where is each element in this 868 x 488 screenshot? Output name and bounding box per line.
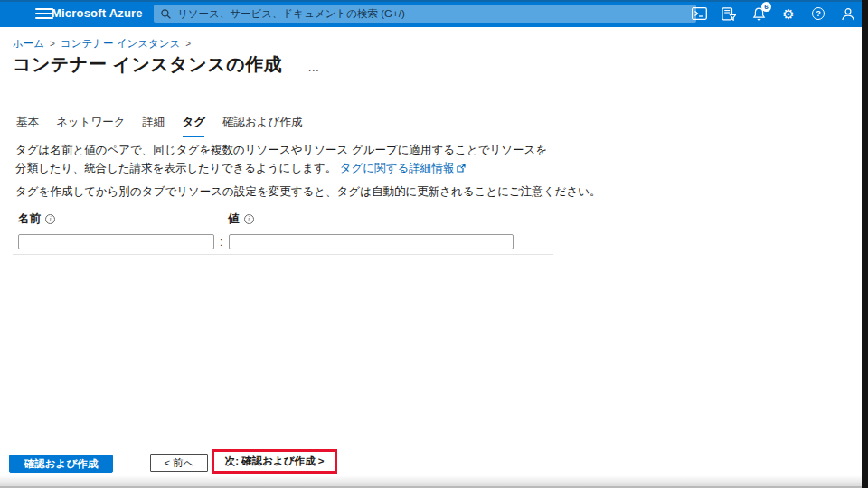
right-edge bbox=[862, 0, 868, 488]
account-person-icon[interactable] bbox=[840, 5, 856, 22]
wizard-tabs: 基本 ネットワーク 詳細 タグ 確認および作成 bbox=[16, 115, 302, 137]
topbar-icon-group: 6 ⚙ ? bbox=[691, 0, 858, 27]
breadcrumb-home-link[interactable]: ホーム bbox=[13, 37, 44, 51]
breadcrumb-separator: > bbox=[50, 39, 55, 49]
tab-advanced[interactable]: 詳細 bbox=[142, 115, 165, 137]
top-bar: Microsoft Azure bbox=[0, 0, 862, 27]
tag-name-input[interactable] bbox=[18, 234, 214, 249]
info-icon: i bbox=[244, 214, 254, 224]
search-input[interactable] bbox=[177, 8, 689, 19]
cloud-shell-icon[interactable] bbox=[691, 5, 707, 22]
review-create-button[interactable]: 確認および作成 bbox=[9, 455, 113, 473]
settings-gear-icon[interactable]: ⚙ bbox=[780, 5, 797, 22]
tags-description-text: タグは名前と値のペアで、同じタグを複数のリソースやリソース グループに適用するこ… bbox=[15, 144, 547, 174]
page-title: コンテナー インスタンスの作成 bbox=[13, 52, 282, 77]
learn-more-link[interactable]: タグに関する詳細情報 bbox=[340, 162, 454, 174]
global-search[interactable] bbox=[154, 5, 696, 23]
tags-description: タグは名前と値のペアで、同じタグを複数のリソースやリソース グループに適用するこ… bbox=[15, 141, 556, 178]
form-divider-bottom bbox=[13, 254, 553, 255]
annotation-highlight-box: 次: 確認および作成 > bbox=[212, 449, 337, 474]
title-ellipsis-menu-icon[interactable]: … bbox=[307, 56, 320, 73]
tab-review-create[interactable]: 確認および作成 bbox=[222, 115, 302, 137]
tags-note: タグを作成してから別のタブでリソースの設定を変更すると、タグは自動的に更新される… bbox=[15, 183, 648, 200]
tab-networking[interactable]: ネットワーク bbox=[56, 115, 125, 137]
notification-count-badge: 6 bbox=[761, 2, 771, 12]
tab-basics[interactable]: 基本 bbox=[16, 115, 39, 137]
bottom-edge bbox=[0, 475, 862, 488]
name-column-label: 名前 i bbox=[18, 211, 55, 227]
breadcrumb-container-instances-link[interactable]: コンテナー インスタンス bbox=[61, 37, 180, 51]
form-divider-top bbox=[13, 230, 553, 230]
breadcrumb: ホーム > コンテナー インスタンス > bbox=[13, 37, 191, 51]
breadcrumb-separator: > bbox=[185, 39, 191, 49]
help-icon[interactable]: ? bbox=[810, 5, 826, 22]
next-review-create-button[interactable]: 次: 確認および作成 > bbox=[214, 452, 335, 471]
previous-button[interactable]: < 前へ bbox=[150, 454, 208, 472]
value-column-label: 値 i bbox=[228, 211, 254, 227]
directory-filter-icon[interactable] bbox=[721, 5, 737, 22]
name-value-separator: : bbox=[220, 236, 222, 249]
tag-value-input[interactable] bbox=[229, 234, 514, 249]
tab-tags[interactable]: タグ bbox=[182, 115, 205, 137]
search-icon bbox=[161, 9, 171, 19]
info-icon: i bbox=[45, 214, 55, 224]
brand-logo[interactable]: Microsoft Azure bbox=[52, 6, 143, 20]
azure-portal-window: Microsoft Azure bbox=[0, 0, 868, 488]
notifications-bell-icon[interactable]: 6 bbox=[750, 5, 767, 22]
external-link-icon bbox=[457, 160, 466, 178]
